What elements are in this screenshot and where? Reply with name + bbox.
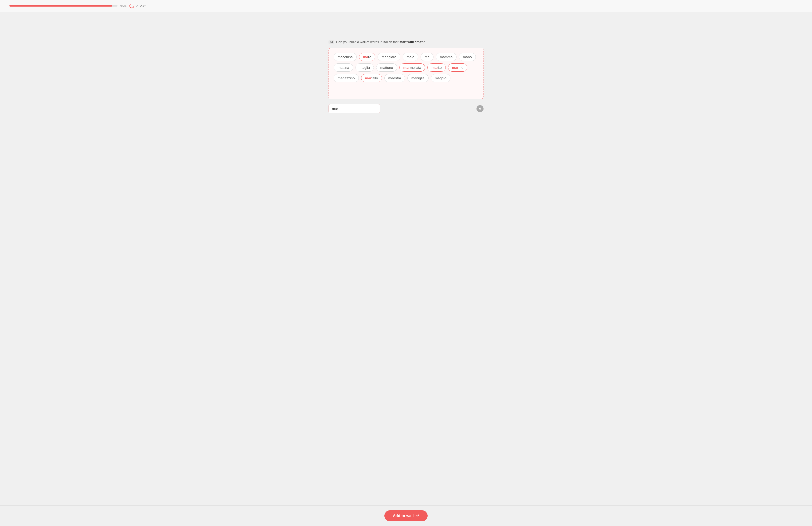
input-area: 6	[329, 104, 483, 113]
word-chip[interactable]: maestra	[385, 74, 405, 82]
svg-point-0	[130, 4, 134, 8]
timer-container: ✓ 23m	[129, 3, 146, 9]
word-chip[interactable]: marmellata	[400, 63, 425, 72]
word-input[interactable]	[329, 104, 380, 113]
top-bar: 95% ✓ 23m	[0, 0, 812, 12]
word-chip[interactable]: magazzino	[334, 74, 359, 82]
word-chip[interactable]: mattina	[334, 63, 353, 72]
question-label: 6d Can you build a wall of words in Ital…	[329, 40, 483, 44]
word-chip[interactable]: maglia	[356, 63, 374, 72]
progress-percent: 95%	[120, 4, 126, 8]
question-text: Can you build a wall of words in Italian…	[336, 40, 425, 44]
word-chip[interactable]: ma	[421, 53, 434, 61]
word-wall-box: macchinamaremangiaremalemamammamanomatti…	[329, 48, 483, 99]
word-chip[interactable]: macchina	[334, 53, 357, 61]
add-to-wall-button[interactable]: Add to wall ↵	[385, 510, 427, 521]
word-chip[interactable]: marmo	[448, 63, 467, 72]
count-badge: 6	[477, 105, 483, 112]
progress-container: 95% ✓ 23m	[10, 3, 802, 9]
word-chip[interactable]: maggio	[431, 74, 450, 82]
word-chip[interactable]: mattone	[376, 63, 397, 72]
timer-text: 23m	[140, 4, 146, 8]
word-chip[interactable]: martello	[361, 74, 382, 82]
word-chip[interactable]: maniglia	[407, 74, 429, 82]
add-to-wall-label: Add to wall	[393, 514, 414, 518]
spinner-icon	[129, 3, 134, 9]
enter-icon: ↵	[416, 513, 419, 518]
word-chip[interactable]: mare	[359, 53, 375, 61]
word-chip[interactable]: mano	[459, 53, 476, 61]
main-content: 6d Can you build a wall of words in Ital…	[300, 12, 512, 526]
word-chip[interactable]: mangiare	[378, 53, 400, 61]
word-chip[interactable]: marito	[427, 63, 446, 72]
word-chip[interactable]: male	[403, 53, 418, 61]
bottom-bar: Add to wall ↵	[0, 505, 812, 526]
progress-bar-fill	[10, 5, 112, 6]
question-icon-badge: 6d	[329, 40, 334, 44]
question-section: 6d Can you build a wall of words in Ital…	[329, 40, 483, 113]
word-chips-container: macchinamaremangiaremalemamammamanomatti…	[334, 53, 478, 82]
check-icon: ✓	[136, 4, 139, 8]
vertical-divider	[207, 0, 207, 526]
progress-bar-track	[10, 5, 117, 6]
word-chip[interactable]: mamma	[436, 53, 456, 61]
